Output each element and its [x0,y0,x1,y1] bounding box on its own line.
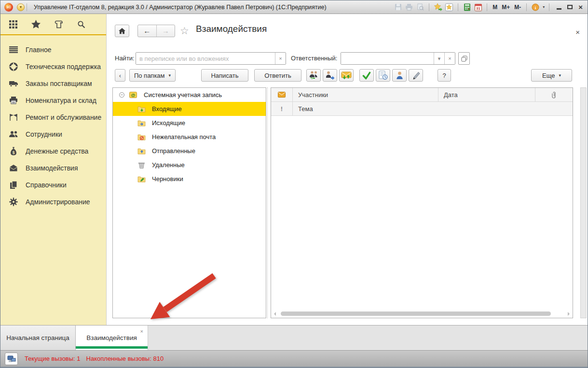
tab-home-page[interactable]: Начальная страница [0,326,76,350]
svg-text:31: 31 [476,6,480,11]
sidebar-item-catalogs[interactable]: Справочники [0,176,106,193]
print-preview-icon[interactable] [416,3,424,12]
sidebar-item-repair[interactable]: Ремонт и обслуживание [0,109,106,126]
folder-sent[interactable]: Отправленные [113,144,266,158]
responsible-clear-icon[interactable]: × [444,53,455,64]
info-icon[interactable]: i [531,3,540,12]
sidebar-item-nomenclature[interactable]: Номенклатура и склад [0,92,106,109]
send-receive-button[interactable] [339,69,354,82]
folder-junk[interactable]: Нежелательная почта [113,130,266,144]
horizontal-scrollbar[interactable] [272,311,572,317]
subject-column-header[interactable]: Тема [293,102,573,115]
folder-trash[interactable]: Удаленные [113,158,266,172]
sidebar-item-label: Техническая поддержка [26,63,101,71]
print-icon[interactable] [405,3,413,12]
tree-root-account[interactable]: − @ Системная учетная запись [113,88,266,102]
current-calls-text: Текущие вызовы: 1 [25,355,81,362]
mark-reviewed-button[interactable] [359,69,374,82]
memory-button[interactable]: M [492,4,498,11]
sidebar-item-label: Администрирование [26,198,90,206]
reply-all-button[interactable] [306,69,321,82]
responsible-input[interactable] [341,53,434,64]
importance-icon: ! [281,105,283,113]
sidebar-item-label: Номенклатура и склад [26,97,96,104]
info-dropdown-icon[interactable]: ▾ [543,5,545,9]
collapse-panel-button[interactable]: ‹ [115,69,125,82]
history-icon[interactable] [54,19,63,29]
attachment-column-header[interactable] [535,88,573,101]
folder-outbox[interactable]: Исходящие [113,116,266,130]
lifebuoy-icon [9,62,18,71]
sidebar-item-label: Главное [26,46,52,54]
tabbar: Начальная страница Взаимодействия × [0,325,588,350]
menu-lines-icon [9,45,18,54]
write-button[interactable]: Написать [201,69,248,82]
sidebar-item-money[interactable]: $ Денежные средства [0,142,106,159]
svg-text:$: $ [13,150,15,155]
add-favorite-icon[interactable] [434,3,442,12]
search-input[interactable] [136,53,275,64]
calculator-icon[interactable] [463,3,471,12]
save-icon[interactable] [394,3,402,12]
folder-inbox[interactable]: Входящие [113,102,266,116]
maximize-icon[interactable] [567,5,573,9]
reply-button[interactable]: Ответить [254,69,301,82]
tab-interactions[interactable]: Взаимодействия × [76,326,148,350]
help-button[interactable]: ? [438,69,451,82]
envelope-column-header[interactable] [271,88,293,101]
scroll-right-icon[interactable] [568,312,572,316]
sidebar-item-interactions[interactable]: Взаимодействия [0,159,106,176]
home-button[interactable] [115,25,129,37]
performance-indicator-button[interactable] [5,353,18,365]
forward-mail-icon [325,71,335,80]
tab-close-icon[interactable]: × [140,329,143,334]
sidebar-item-administration[interactable]: Администрирование [0,193,106,210]
service-menu-button[interactable]: ▾ [17,3,25,11]
set-responsible-button[interactable] [392,69,407,82]
memory-minus-button[interactable]: M- [513,4,522,11]
responsible-dropdown-icon[interactable]: ▾ [434,53,444,64]
participants-column-header[interactable]: Участники [293,88,438,101]
close-window-icon[interactable]: × [578,3,583,11]
favorites-icon[interactable] [445,3,453,12]
sidebar-item-glavnoe[interactable]: Главное [0,41,106,58]
date-column-header[interactable]: Дата [438,88,535,101]
panel-splitter[interactable] [267,87,268,318]
sidebar-item-tech-support[interactable]: Техническая поддержка [0,58,106,75]
more-button[interactable]: Еще ▾ [531,69,572,82]
sidebar-item-employees[interactable]: Сотрудники [0,126,106,142]
calendar-icon[interactable]: 31 [474,3,482,12]
monitors-icon [7,355,16,363]
home-icon [118,28,126,34]
responsible-open-button[interactable] [458,52,470,65]
forward-button-icon-btn[interactable] [323,69,337,82]
folder-drafts[interactable]: Черновики [113,172,266,186]
sidebar-item-supplier-orders[interactable]: Заказы поставщикам [0,75,106,92]
chevron-down-icon: ▾ [559,73,561,78]
scroll-left-icon[interactable] [272,312,276,316]
sidebar-item-label: Сотрудники [26,130,62,138]
chevron-down-icon: ▾ [169,73,171,78]
importance-column-header[interactable]: ! [271,102,293,115]
by-folders-button[interactable]: По папкам ▾ [129,69,176,82]
memory-plus-button[interactable]: M+ [501,4,511,11]
minimize-icon[interactable] [557,8,561,10]
back-button[interactable]: ← [138,25,157,37]
sidebar-item-label: Денежные средства [26,147,88,155]
printer-icon [9,96,18,105]
list-body-empty[interactable] [271,116,573,304]
clear-search-icon[interactable]: × [275,53,286,64]
functions-menu-icon[interactable] [8,19,18,29]
search-icon[interactable] [76,19,86,29]
form-scrollbar-track[interactable] [580,87,587,318]
mail-list: Участники Дата ! Тема [271,87,573,318]
collapse-node-icon[interactable]: − [119,92,124,98]
favorites-star-icon[interactable] [31,19,41,29]
edit-button[interactable] [409,69,423,82]
titlebar-separator [487,3,487,11]
forward-button[interactable]: → [157,25,175,37]
postpone-review-button[interactable] [376,69,390,82]
scrollbar-thumb[interactable] [281,311,551,316]
close-page-icon[interactable]: × [575,28,580,36]
add-to-favorites-star-icon[interactable]: ☆ [180,25,189,37]
